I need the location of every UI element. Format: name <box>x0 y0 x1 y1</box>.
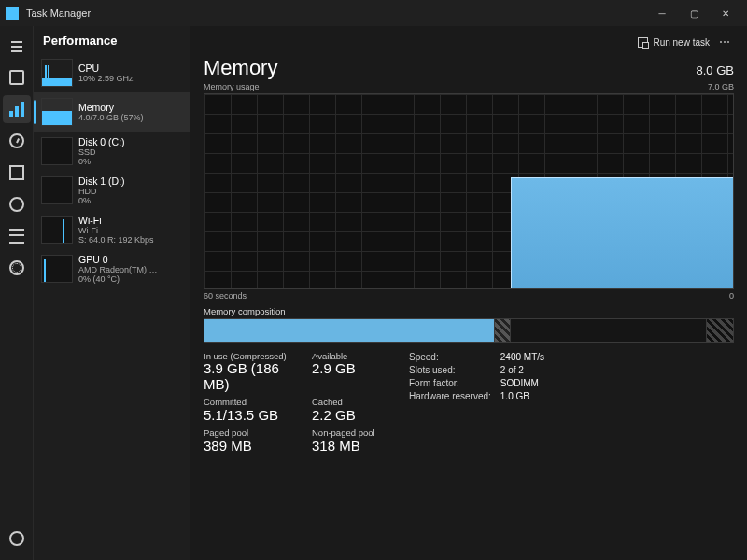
sidebar-heading: Performance <box>34 26 190 53</box>
in-use-value: 3.9 GB (186 MB) <box>204 361 306 392</box>
memory-usage-chart[interactable] <box>204 93 734 289</box>
form-key: Form factor: <box>409 378 491 388</box>
page-title: Memory <box>204 56 277 80</box>
titlebar: Task Manager ─ ▢ ✕ <box>0 0 747 26</box>
run-task-label: Run new task <box>653 37 710 48</box>
reserved-val: 1.0 GB <box>500 391 544 401</box>
tab-details[interactable] <box>3 222 31 250</box>
gpu0-label: GPU 0 <box>78 254 158 265</box>
cpu-label: CPU <box>78 63 134 74</box>
cpu-sub: 10% 2.59 GHz <box>78 74 134 83</box>
x-axis-right: 0 <box>729 291 734 301</box>
comp-modified <box>495 319 511 342</box>
app-icon <box>6 7 19 20</box>
disk1-label: Disk 1 (D:) <box>78 175 125 187</box>
gpu-thumb-icon <box>41 255 73 283</box>
close-button[interactable]: ✕ <box>710 0 741 26</box>
memory-sub: 4.0/7.0 GB (57%) <box>78 113 144 122</box>
settings-button[interactable] <box>3 525 31 553</box>
main-panel: Run new task ⋯ Memory 8.0 GB Memory usag… <box>190 26 747 560</box>
speed-val: 2400 MT/s <box>500 352 544 362</box>
wifi-sub2: S: 64.0 R: 192 Kbps <box>78 235 154 245</box>
memory-total: 8.0 GB <box>697 63 734 77</box>
tab-app-history[interactable] <box>3 127 31 155</box>
disk0-label: Disk 0 (C:) <box>78 136 125 147</box>
wifi-thumb-icon <box>41 216 73 244</box>
nav-rail <box>0 26 34 560</box>
window-title: Task Manager <box>26 7 91 19</box>
disk0-sub: SSD <box>78 147 125 157</box>
gpu0-sub: AMD Radeon(TM) … <box>78 265 158 274</box>
speed-key: Speed: <box>409 352 491 362</box>
tab-processes[interactable] <box>3 63 31 91</box>
comp-in-use <box>204 319 495 342</box>
nonpaged-value: 318 MB <box>312 439 396 455</box>
menu-button[interactable] <box>3 32 31 60</box>
disk0-sub2: 0% <box>78 157 125 166</box>
gpu0-sub2: 0% (40 °C) <box>78 274 158 284</box>
run-task-icon <box>638 37 648 48</box>
sidebar-item-wifi[interactable]: Wi-Fi Wi-Fi S: 64.0 R: 192 Kbps <box>34 210 190 249</box>
sidebar-item-memory[interactable]: Memory 4.0/7.0 GB (57%) <box>34 92 190 132</box>
available-value: 2.9 GB <box>312 361 396 377</box>
composition-label: Memory composition <box>204 306 734 316</box>
tab-services[interactable] <box>3 254 31 282</box>
more-options-button[interactable]: ⋯ <box>715 35 734 49</box>
sidebar-item-disk1[interactable]: Disk 1 (D:) HDD 0% <box>34 171 190 210</box>
disk1-thumb-icon <box>41 176 73 204</box>
cpu-thumb-icon <box>41 59 73 87</box>
wifi-label: Wi-Fi <box>78 215 154 226</box>
memory-stats: In use (Compressed) 3.9 GB (186 MB) Avai… <box>204 352 396 454</box>
minimize-button[interactable]: ─ <box>646 0 678 26</box>
comp-free <box>707 319 733 342</box>
comp-standby <box>511 319 706 342</box>
disk1-sub2: 0% <box>78 196 125 205</box>
committed-value: 5.1/13.5 GB <box>204 408 306 424</box>
usage-label: Memory usage <box>204 82 260 91</box>
reserved-key: Hardware reserved: <box>409 391 491 401</box>
disk1-sub: HDD <box>78 187 125 196</box>
memory-label: Memory <box>78 102 144 113</box>
perf-sidebar: Performance CPU 10% 2.59 GHz Memory 4.0/… <box>34 26 190 560</box>
memory-installed: 7.0 GB <box>708 82 734 91</box>
tab-startup[interactable] <box>3 159 31 187</box>
sidebar-item-cpu[interactable]: CPU 10% 2.59 GHz <box>34 53 190 92</box>
cached-value: 2.2 GB <box>312 408 396 424</box>
maximize-button[interactable]: ▢ <box>678 0 710 26</box>
slots-val: 2 of 2 <box>500 365 544 375</box>
sidebar-item-gpu0[interactable]: GPU 0 AMD Radeon(TM) … 0% (40 °C) <box>34 249 190 288</box>
tab-users[interactable] <box>3 190 31 218</box>
paged-value: 389 MB <box>204 439 306 455</box>
disk0-thumb-icon <box>41 137 73 165</box>
tab-performance[interactable] <box>3 95 31 123</box>
slots-key: Slots used: <box>409 365 491 375</box>
memory-usage-fill <box>511 177 733 288</box>
memory-thumb-icon <box>41 98 73 126</box>
sidebar-item-disk0[interactable]: Disk 0 (C:) SSD 0% <box>34 132 190 171</box>
memory-composition-bar[interactable] <box>204 318 734 343</box>
wifi-sub: Wi-Fi <box>78 226 154 235</box>
x-axis-left: 60 seconds <box>204 291 247 301</box>
form-val: SODIMM <box>500 378 544 388</box>
memory-hw-info: Speed: 2400 MT/s Slots used: 2 of 2 Form… <box>409 352 544 454</box>
run-new-task-button[interactable]: Run new task <box>632 35 715 49</box>
